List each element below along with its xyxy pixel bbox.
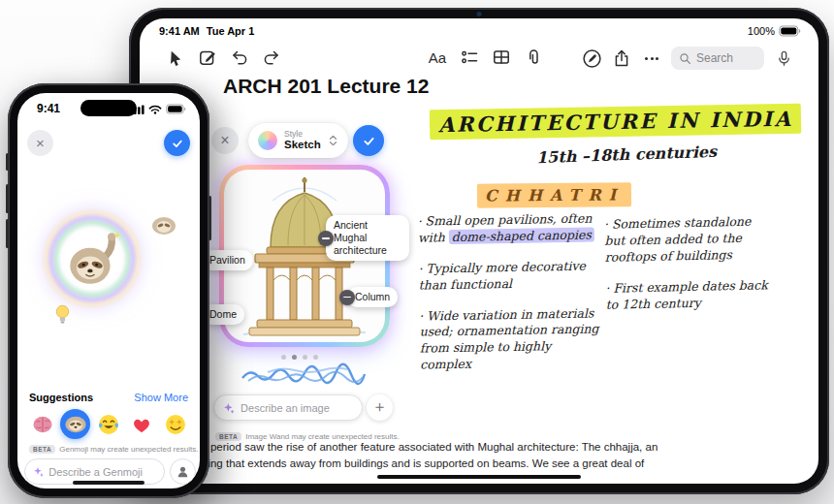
undo-button[interactable] [229,47,250,68]
ipad-status-right: 100% [748,25,801,37]
image-wand-close-button[interactable]: × [211,127,239,154]
volume-down-button [6,219,9,248]
battery-icon [779,25,801,37]
ipad-notes-app: 9:41 AM Tue Apr 1 100% [140,18,818,484]
sloth-emoji-icon [64,415,87,434]
more-options-button[interactable] [641,47,662,69]
wifi-icon [148,105,162,114]
remove-tag-button[interactable] [339,290,355,305]
show-more-link[interactable]: Show More [134,392,188,403]
sloth-fragment-icon [151,215,176,235]
note-bullet: · Small open pavilions, often with dome-… [417,210,598,246]
handwritten-heading: ARCHITECTURE IN INDIA [430,107,802,138]
cellular-signal-icon [130,105,144,114]
pointer-tool-button[interactable] [165,47,186,68]
volume-up-button [6,184,9,213]
redo-icon [262,47,281,67]
redo-button[interactable] [261,47,282,68]
toolbar-right-group: Search [581,47,794,70]
genmoji-accept-button[interactable] [164,130,190,156]
genmoji-preview [41,207,144,310]
note-bullet: · Typically more decorative than functio… [418,258,599,294]
suggestion-row [27,409,190,439]
sloth-genmoji [62,229,122,289]
person-icon [176,464,190,479]
search-icon [679,52,691,65]
note-body-text: s period saw the rise of another feature… [202,439,770,471]
paperclip-icon [524,47,543,67]
remove-tag-button[interactable] [318,231,334,246]
ipad-home-indicator[interactable] [377,475,581,479]
style-picker[interactable]: Style Sketch [248,123,348,158]
suggestion-laughing-emoji[interactable] [94,409,124,439]
search-placeholder: Search [696,51,733,65]
share-button[interactable] [611,47,632,69]
beta-badge: BETA [29,445,55,454]
handwritten-subheading: 15th –18th centuries [536,142,718,167]
toolbar-center-group: Aa [427,47,544,68]
microphone-icon [775,49,793,68]
ipad-time: 9:41 AM [159,25,200,37]
style-texts: Style Sketch [284,130,321,151]
table-icon [492,47,511,67]
genmoji-beta-note: BETA Genmoji may create unexpected resul… [29,445,198,454]
tag-ancient-mughal-architecture[interactable]: Ancient Mughal architecture [326,215,409,261]
battery-percent: 100% [748,25,775,37]
search-field[interactable]: Search [671,47,764,70]
tag-column[interactable]: Column [347,287,398,307]
describe-genmoji-input[interactable] [48,466,156,478]
suggestion-heart-emoji[interactable] [127,409,157,439]
suggestions-label: Suggestions [29,392,93,403]
describe-image-input[interactable] [241,402,353,414]
style-label: Style [284,130,321,139]
image-variant-dots[interactable] [281,355,318,360]
suggestion-brain-emoji[interactable] [27,409,57,439]
person-picker-button[interactable] [170,458,196,485]
genmoji-close-button[interactable]: × [27,130,53,156]
dictation-button[interactable] [773,47,794,69]
suggestion-sloth-emoji-selected[interactable] [60,409,90,439]
describe-image-field[interactable] [213,394,363,421]
pencil-circle-icon [582,48,602,69]
compose-button[interactable] [197,47,218,68]
heart-emoji-icon [129,412,154,437]
beta-badge: BETA [215,432,241,441]
iphone-home-indicator[interactable] [73,481,144,485]
suggestion-star-struck-emoji[interactable] [160,409,190,439]
action-button [6,153,9,171]
battery-icon [166,104,186,114]
ipad-camera [477,12,482,16]
purple-highlight: dome-shaped canopies [448,227,593,244]
dynamic-island [80,100,137,116]
markup-pen-button[interactable] [581,47,602,69]
tag-label: Pavilion [209,254,245,266]
iphone-time: 9:41 [37,102,60,115]
checkmark-icon [362,134,376,148]
text-format-button[interactable]: Aa [427,47,448,68]
text-format-label: Aa [429,49,446,66]
section-highlight: CHHATRI [477,182,631,207]
style-thumbnail-icon [258,131,277,150]
note-bullet: · Sometimes standalone but often added t… [604,213,776,266]
compose-icon [198,47,217,67]
ai-sparkle-icon [223,401,235,415]
image-wand-accept-button[interactable] [353,125,384,156]
brain-emoji-icon [30,412,55,437]
iphone-status-icons [130,104,186,114]
ipad-status-bar: 9:41 AM Tue Apr 1 [159,25,254,37]
checklist-button[interactable] [459,47,480,68]
add-image-button[interactable]: ＋ [367,394,393,421]
heading-highlight: ARCHITECTURE IN INDIA [430,104,802,141]
attachment-button[interactable] [523,47,544,68]
genmoji-app: 9:41 × [17,93,200,488]
table-button[interactable] [491,47,512,68]
share-icon [612,48,631,68]
note-bullet: · First example dates back to 12th centu… [605,277,777,313]
style-value: Sketch [284,139,321,151]
handwritten-right-column: · Sometimes standalone but often added t… [604,213,777,328]
chevron-up-down-icon [328,133,338,148]
handwritten-scribble [239,361,384,386]
handwritten-section-title: CHHATRI [477,185,631,205]
toolbar-left-group [165,47,282,68]
tag-label: Ancient Mughal architecture [334,219,387,256]
